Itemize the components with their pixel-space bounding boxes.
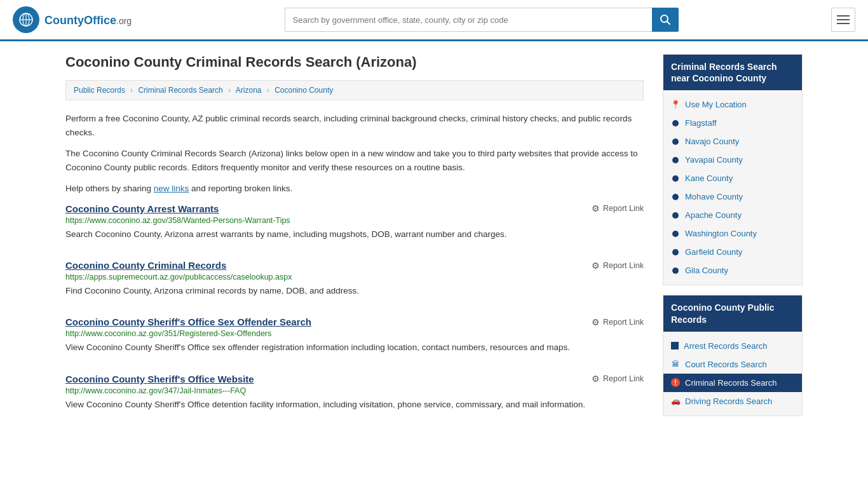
results-container: Coconino County Arrest Warrants ⚙ Report…	[65, 203, 644, 411]
building-icon: 🏛	[671, 360, 680, 369]
public-records-section-header: Coconino County Public Records	[663, 295, 802, 331]
search-bar	[285, 8, 679, 32]
nearby-link-5[interactable]: Mohave County	[663, 187, 802, 206]
result-item: Coconino County Criminal Records ⚙ Repor…	[65, 260, 644, 297]
nearby-link-0[interactable]: 📍Use My Location	[663, 95, 802, 114]
report-link-1[interactable]: ⚙ Report Link	[592, 261, 644, 271]
new-links-link[interactable]: new links	[154, 184, 189, 193]
public-records-links: Arrest Records Search🏛Court Records Sear…	[663, 332, 802, 416]
nearby-link-2[interactable]: Navajo County	[663, 132, 802, 151]
breadcrumb-link-arizona[interactable]: Arizona	[236, 86, 262, 95]
square-icon	[671, 342, 679, 349]
report-icon-1: ⚙	[592, 261, 600, 271]
svg-line-6	[667, 22, 670, 25]
result-title-3[interactable]: Coconino County Sheriff's Office Website	[65, 374, 254, 384]
hamburger-icon	[837, 23, 850, 24]
breadcrumb-link-coconino-county[interactable]: Coconino County	[275, 86, 333, 95]
dot-icon	[671, 248, 680, 257]
logo[interactable]: CountyOffice.org	[13, 6, 132, 33]
search-button[interactable]	[652, 8, 679, 32]
result-url-0[interactable]: https://www.coconino.az.gov/358/Wanted-P…	[65, 216, 644, 225]
result-url-1[interactable]: https://apps.supremecourt.az.gov/publica…	[65, 273, 644, 281]
public-records-link-3[interactable]: 🚗Driving Records Search	[663, 392, 802, 410]
result-desc-0: Search Coconino County, Arizona arrest w…	[65, 228, 644, 241]
hamburger-icon	[837, 19, 850, 20]
report-link-2[interactable]: ⚙ Report Link	[592, 317, 644, 327]
content-area: Coconino County Criminal Records Search …	[65, 54, 644, 430]
public-records-link-0[interactable]: Arrest Records Search	[663, 337, 802, 355]
logo-icon	[13, 6, 39, 33]
nearby-link-7[interactable]: Washington County	[663, 224, 802, 243]
dot-icon	[671, 156, 680, 165]
result-url-3[interactable]: http://www.coconino.az.gov/347/Jail-Inma…	[65, 386, 644, 395]
description-1: Perform a free Coconino County, AZ publi…	[65, 112, 644, 139]
dot-icon	[671, 119, 680, 128]
nearby-section-header: Criminal Records Search near Coconino Co…	[663, 55, 802, 90]
result-title-1[interactable]: Coconino County Criminal Records	[65, 260, 226, 271]
breadcrumb: Public Records › Criminal Records Search…	[65, 80, 644, 100]
result-item: Coconino County Sheriff's Office Website…	[65, 374, 644, 411]
report-link-0[interactable]: ⚙ Report Link	[592, 203, 644, 214]
result-desc-3: View Coconino County Sheriff's Office de…	[65, 398, 644, 411]
location-icon: 📍	[671, 100, 680, 109]
result-item: Coconino County Arrest Warrants ⚙ Report…	[65, 203, 644, 241]
result-url-2[interactable]: http://www.coconino.az.gov/351/Registere…	[65, 329, 644, 338]
report-icon-3: ⚙	[592, 374, 600, 384]
dot-icon	[671, 193, 680, 201]
breadcrumb-link-criminal-records-search[interactable]: Criminal Records Search	[138, 86, 222, 95]
nearby-link-8[interactable]: Garfield County	[663, 243, 802, 261]
public-records-link-2[interactable]: !Criminal Records Search	[663, 374, 802, 392]
result-desc-1: Find Coconino County, Arizona criminal r…	[65, 285, 644, 297]
menu-button[interactable]	[831, 8, 855, 32]
result-item: Coconino County Sheriff's Office Sex Off…	[65, 316, 644, 354]
breadcrumb-link-public-records[interactable]: Public Records	[74, 86, 125, 95]
nearby-link-3[interactable]: Yavapai County	[663, 151, 802, 169]
nearby-link-9[interactable]: Gila County	[663, 261, 802, 280]
report-icon-0: ⚙	[592, 203, 600, 214]
car-icon: 🚗	[671, 396, 680, 405]
logo-text: CountyOffice.org	[44, 13, 132, 27]
report-icon-2: ⚙	[592, 317, 600, 327]
nearby-section: Criminal Records Search near Coconino Co…	[663, 54, 803, 285]
dot-icon	[671, 174, 680, 183]
nearby-link-1[interactable]: Flagstaff	[663, 114, 802, 132]
public-records-section: Coconino County Public Records Arrest Re…	[663, 295, 803, 416]
dot-icon	[671, 266, 680, 275]
description-3: Help others by sharing new links and rep…	[65, 182, 644, 196]
nearby-links: 📍Use My LocationFlagstaffNavajo CountyYa…	[663, 90, 802, 285]
hamburger-icon	[837, 15, 850, 17]
result-desc-2: View Coconino County Sheriff's Office se…	[65, 341, 644, 354]
description-2: The Coconino County Criminal Records Sea…	[65, 147, 644, 174]
public-records-link-1[interactable]: 🏛Court Records Search	[663, 355, 802, 374]
nearby-link-6[interactable]: Apache County	[663, 206, 802, 224]
nearby-link-4[interactable]: Kane County	[663, 169, 802, 187]
dot-icon	[671, 137, 680, 146]
result-title-2[interactable]: Coconino County Sheriff's Office Sex Off…	[65, 316, 311, 327]
page-title: Coconino County Criminal Records Search …	[65, 54, 644, 71]
search-icon	[660, 14, 671, 25]
sidebar: Criminal Records Search near Coconino Co…	[663, 54, 803, 430]
report-link-3[interactable]: ⚙ Report Link	[592, 374, 644, 384]
result-title-0[interactable]: Coconino County Arrest Warrants	[65, 203, 219, 214]
exclamation-icon: !	[671, 378, 680, 387]
search-input[interactable]	[285, 8, 652, 32]
dot-icon	[671, 211, 680, 220]
dot-icon	[671, 229, 680, 238]
